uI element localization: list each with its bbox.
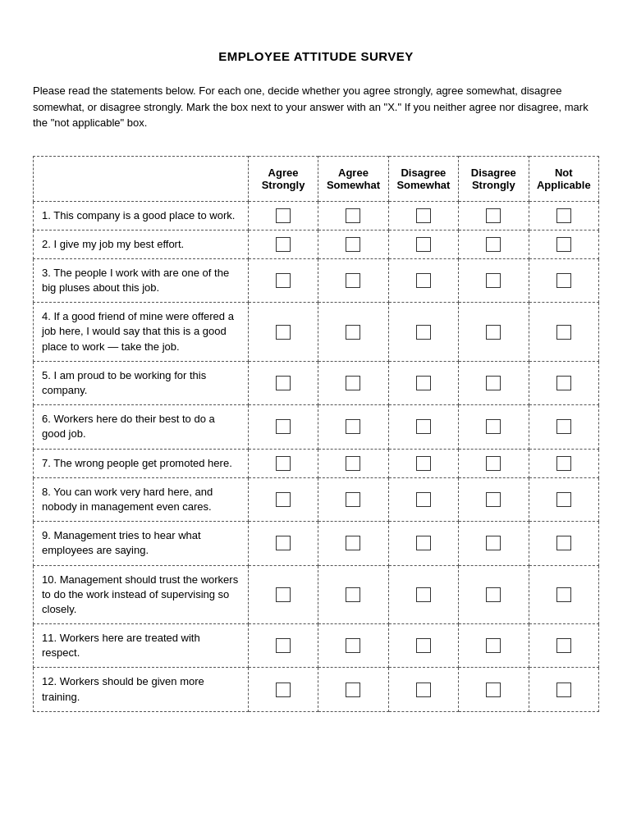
- checkbox-q6-agree-strongly[interactable]: [276, 419, 291, 434]
- cell-q8-disagree-strongly[interactable]: [459, 477, 529, 521]
- checkbox-q12-disagree-strongly[interactable]: [486, 682, 501, 697]
- checkbox-q1-agree-somewhat[interactable]: [346, 208, 360, 223]
- cell-q1-not-applicable[interactable]: [529, 201, 598, 230]
- cell-q10-disagree-somewhat[interactable]: [388, 565, 458, 624]
- cell-q12-agree-somewhat[interactable]: [318, 668, 388, 711]
- checkbox-q5-agree-somewhat[interactable]: [346, 376, 360, 390]
- checkbox-q9-agree-somewhat[interactable]: [346, 536, 360, 550]
- cell-q10-agree-strongly[interactable]: [248, 565, 318, 624]
- cell-q9-not-applicable[interactable]: [529, 522, 598, 565]
- checkbox-q1-disagree-somewhat[interactable]: [416, 208, 431, 223]
- checkbox-q9-agree-strongly[interactable]: [276, 536, 291, 550]
- cell-q8-disagree-somewhat[interactable]: [388, 477, 458, 521]
- checkbox-q11-disagree-somewhat[interactable]: [416, 638, 431, 653]
- checkbox-q3-not-applicable[interactable]: [556, 273, 571, 288]
- checkbox-q8-not-applicable[interactable]: [556, 492, 571, 507]
- checkbox-q7-not-applicable[interactable]: [556, 456, 571, 471]
- checkbox-q2-not-applicable[interactable]: [556, 237, 571, 252]
- cell-q4-disagree-somewhat[interactable]: [388, 303, 458, 362]
- checkbox-q2-disagree-strongly[interactable]: [486, 237, 501, 252]
- cell-q12-not-applicable[interactable]: [529, 668, 598, 711]
- cell-q3-disagree-strongly[interactable]: [459, 258, 529, 302]
- checkbox-q11-not-applicable[interactable]: [556, 638, 571, 653]
- checkbox-q5-disagree-somewhat[interactable]: [416, 376, 431, 390]
- cell-q1-agree-somewhat[interactable]: [318, 201, 388, 230]
- checkbox-q6-disagree-strongly[interactable]: [486, 419, 501, 434]
- checkbox-q8-disagree-somewhat[interactable]: [416, 492, 431, 507]
- checkbox-q8-disagree-strongly[interactable]: [486, 492, 501, 507]
- cell-q11-not-applicable[interactable]: [529, 624, 598, 668]
- checkbox-q3-agree-strongly[interactable]: [276, 273, 291, 288]
- checkbox-q12-disagree-somewhat[interactable]: [416, 682, 431, 697]
- cell-q11-agree-somewhat[interactable]: [318, 624, 388, 668]
- checkbox-q10-disagree-somewhat[interactable]: [416, 587, 431, 602]
- cell-q11-disagree-somewhat[interactable]: [388, 624, 458, 668]
- cell-q12-disagree-strongly[interactable]: [459, 668, 529, 711]
- checkbox-q9-disagree-somewhat[interactable]: [416, 536, 431, 550]
- cell-q8-not-applicable[interactable]: [529, 477, 598, 521]
- checkbox-q5-agree-strongly[interactable]: [276, 376, 291, 390]
- cell-q2-agree-strongly[interactable]: [248, 230, 318, 258]
- checkbox-q4-agree-somewhat[interactable]: [346, 325, 360, 340]
- cell-q4-agree-strongly[interactable]: [248, 303, 318, 362]
- checkbox-q4-agree-strongly[interactable]: [276, 325, 291, 340]
- cell-q7-disagree-strongly[interactable]: [459, 449, 529, 477]
- cell-q6-agree-somewhat[interactable]: [318, 405, 388, 449]
- checkbox-q1-agree-strongly[interactable]: [276, 208, 291, 223]
- cell-q5-disagree-somewhat[interactable]: [388, 361, 458, 404]
- cell-q5-disagree-strongly[interactable]: [459, 361, 529, 404]
- cell-q6-not-applicable[interactable]: [529, 405, 598, 449]
- cell-q11-agree-strongly[interactable]: [248, 624, 318, 668]
- checkbox-q7-disagree-strongly[interactable]: [486, 456, 501, 471]
- cell-q7-disagree-somewhat[interactable]: [388, 449, 458, 477]
- checkbox-q1-disagree-strongly[interactable]: [486, 208, 501, 223]
- cell-q1-disagree-strongly[interactable]: [459, 201, 529, 230]
- cell-q7-agree-somewhat[interactable]: [318, 449, 388, 477]
- cell-q9-disagree-strongly[interactable]: [459, 522, 529, 565]
- checkbox-q5-not-applicable[interactable]: [556, 376, 571, 390]
- cell-q5-not-applicable[interactable]: [529, 361, 598, 404]
- checkbox-q11-agree-strongly[interactable]: [276, 638, 291, 653]
- cell-q10-agree-somewhat[interactable]: [318, 565, 388, 624]
- checkbox-q10-agree-strongly[interactable]: [276, 587, 291, 602]
- checkbox-q4-disagree-somewhat[interactable]: [416, 325, 431, 340]
- checkbox-q2-agree-strongly[interactable]: [276, 237, 291, 252]
- cell-q6-disagree-strongly[interactable]: [459, 405, 529, 449]
- cell-q6-agree-strongly[interactable]: [248, 405, 318, 449]
- cell-q5-agree-strongly[interactable]: [248, 361, 318, 404]
- cell-q9-disagree-somewhat[interactable]: [388, 522, 458, 565]
- checkbox-q9-disagree-strongly[interactable]: [486, 536, 501, 550]
- checkbox-q1-not-applicable[interactable]: [556, 208, 571, 223]
- cell-q3-agree-strongly[interactable]: [248, 258, 318, 302]
- cell-q8-agree-somewhat[interactable]: [318, 477, 388, 521]
- cell-q7-agree-strongly[interactable]: [248, 449, 318, 477]
- cell-q1-agree-strongly[interactable]: [248, 201, 318, 230]
- checkbox-q10-not-applicable[interactable]: [556, 587, 571, 602]
- checkbox-q6-agree-somewhat[interactable]: [346, 419, 360, 434]
- cell-q4-agree-somewhat[interactable]: [318, 303, 388, 362]
- cell-q12-disagree-somewhat[interactable]: [388, 668, 458, 711]
- cell-q8-agree-strongly[interactable]: [248, 477, 318, 521]
- checkbox-q3-disagree-strongly[interactable]: [486, 273, 501, 288]
- cell-q9-agree-strongly[interactable]: [248, 522, 318, 565]
- checkbox-q9-not-applicable[interactable]: [556, 536, 571, 550]
- cell-q11-disagree-strongly[interactable]: [459, 624, 529, 668]
- cell-q2-disagree-somewhat[interactable]: [388, 230, 458, 258]
- cell-q2-disagree-strongly[interactable]: [459, 230, 529, 258]
- checkbox-q12-agree-strongly[interactable]: [276, 682, 291, 697]
- cell-q5-agree-somewhat[interactable]: [318, 361, 388, 404]
- cell-q2-agree-somewhat[interactable]: [318, 230, 388, 258]
- checkbox-q11-disagree-strongly[interactable]: [486, 638, 501, 653]
- checkbox-q2-disagree-somewhat[interactable]: [416, 237, 431, 252]
- checkbox-q7-agree-somewhat[interactable]: [346, 456, 360, 471]
- checkbox-q3-disagree-somewhat[interactable]: [416, 273, 431, 288]
- checkbox-q2-agree-somewhat[interactable]: [346, 237, 360, 252]
- checkbox-q6-not-applicable[interactable]: [556, 419, 571, 434]
- cell-q6-disagree-somewhat[interactable]: [388, 405, 458, 449]
- checkbox-q10-agree-somewhat[interactable]: [346, 587, 360, 602]
- checkbox-q10-disagree-strongly[interactable]: [486, 587, 501, 602]
- checkbox-q8-agree-somewhat[interactable]: [346, 492, 360, 507]
- cell-q4-not-applicable[interactable]: [529, 303, 598, 362]
- checkbox-q12-agree-somewhat[interactable]: [346, 682, 360, 697]
- cell-q10-disagree-strongly[interactable]: [459, 565, 529, 624]
